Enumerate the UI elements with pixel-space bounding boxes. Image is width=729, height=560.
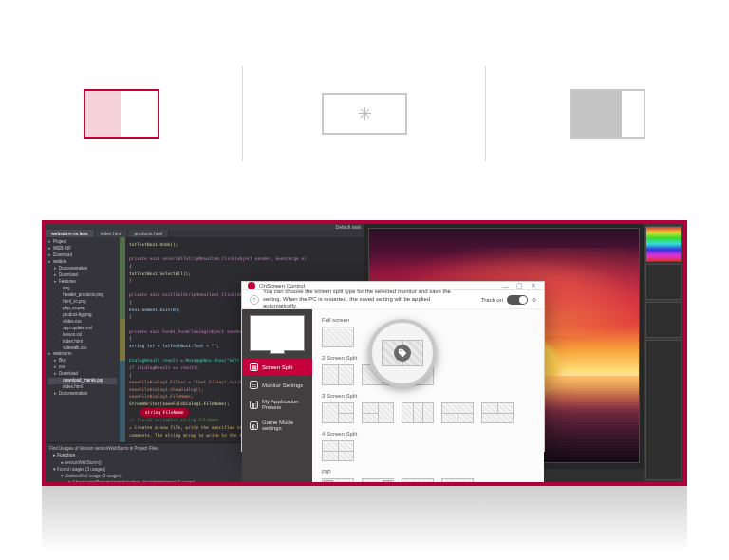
layout-4[interactable] [322, 440, 354, 461]
tree-item[interactable]: ▸css [48, 364, 117, 371]
tree-item[interactable]: ·sidewalk.css [48, 345, 117, 352]
monitor-preview-icon [250, 315, 305, 351]
ide-tab-bar: webstorm-xs.less index.html products.htm… [46, 230, 364, 237]
selected-layout-preview [382, 340, 423, 366]
tree-item[interactable]: ▸Download [48, 272, 117, 279]
layers-palette[interactable] [645, 340, 682, 480]
close-icon[interactable]: ✕ [529, 282, 538, 289]
ide-tab[interactable]: products.html [128, 230, 169, 237]
settings-icon[interactable]: ⚙ [532, 296, 536, 303]
tab-icon-split [84, 89, 159, 139]
tree-item[interactable]: ▸Documentation [48, 266, 117, 272]
tree-item[interactable]: ▸Project [48, 239, 117, 246]
tab-screen-split[interactable] [0, 66, 243, 161]
tree-item[interactable]: ▸webstorm [48, 351, 117, 358]
tab-icon-pip [570, 89, 645, 139]
tree-item[interactable]: ▸webide [48, 259, 117, 266]
minimize-icon[interactable]: — [500, 283, 511, 289]
tree-item[interactable]: ·download_thanks.jsp [48, 378, 117, 384]
toggle-label: Track on [481, 297, 503, 303]
swatches-palette[interactable] [645, 264, 682, 300]
color-palette[interactable] [645, 226, 682, 262]
editor-gutter [120, 237, 125, 442]
adjustments-palette[interactable] [645, 302, 682, 338]
tree-item[interactable]: ·app-update.xml [48, 326, 117, 332]
magnifier-callout [368, 319, 437, 387]
nav-monitor-settings[interactable]: ☰Monitor Settings [242, 377, 312, 393]
nav-game-mode[interactable]: ◐Game Mode settings [242, 416, 312, 435]
price-tag-icon [394, 345, 411, 362]
tree-item[interactable]: ▸Documentation [48, 391, 117, 398]
layout-pip-tr[interactable] [362, 478, 394, 486]
tree-item[interactable]: ·img [48, 286, 117, 292]
ide-tab[interactable]: index.html [95, 230, 129, 237]
layout-3e[interactable] [481, 402, 514, 423]
tree-item[interactable]: ·index.html [48, 384, 117, 391]
layout-pip-bl[interactable] [402, 478, 434, 486]
tree-item[interactable]: ·index.html [48, 339, 117, 345]
tree-item[interactable]: ▸Download [48, 371, 117, 378]
tree-item[interactable]: ·lesson.xsl [48, 332, 117, 339]
tree-item[interactable]: ▸Buy [48, 358, 117, 364]
monitor-mockup: Default task webstorm-xs.less index.html… [42, 220, 687, 552]
ide-tab[interactable]: webstorm-xs.less [46, 230, 95, 237]
layout-pip-tl[interactable] [322, 478, 354, 486]
spinner-icon: ✳ [358, 103, 372, 124]
apps-icon: ◧ [250, 401, 258, 409]
layout-3a[interactable] [322, 402, 354, 423]
tree-item[interactable]: ·slides.css [48, 319, 117, 326]
photo-right-palettes [644, 224, 683, 482]
tree-item[interactable]: ·html_xc.png [48, 299, 117, 306]
layout-3c[interactable] [402, 402, 434, 423]
tree-item[interactable]: ▸Features [48, 279, 117, 286]
tree-item[interactable]: ·php_xc.png [48, 306, 117, 312]
osc-sidebar: ▦Screen Split ☰Monitor Settings ◧My Appl… [242, 309, 312, 486]
help-icon[interactable]: ? [250, 295, 259, 305]
project-tree[interactable]: ▸Project▸WEB-INF▸Download▸webide▸Documen… [46, 237, 120, 442]
osc-title: OnScreen Control [259, 283, 305, 289]
nav-screen-split[interactable]: ▦Screen Split [242, 359, 312, 375]
layout-pip-br[interactable] [441, 478, 474, 486]
tree-item[interactable]: ·product-bg.png [48, 312, 117, 319]
tab-pip[interactable] [486, 66, 729, 161]
tree-item[interactable]: ·header_products.png [48, 292, 117, 299]
tree-item[interactable]: ▸Download [48, 252, 117, 259]
grid-icon: ▦ [250, 363, 258, 371]
tab-loading[interactable]: ✳ [243, 66, 486, 161]
sliders-icon: ☰ [250, 381, 258, 389]
osc-help-text: You can choose the screen split type for… [263, 289, 453, 310]
track-toggle[interactable] [507, 295, 528, 305]
maximize-icon[interactable]: ▢ [514, 282, 525, 289]
monitor-reflection [42, 486, 687, 552]
osc-toolbar: ? You can choose the screen split type f… [242, 290, 544, 309]
tree-item[interactable]: ▸WEB-INF [48, 246, 117, 252]
layout-3d[interactable] [441, 402, 474, 423]
layout-full[interactable] [322, 327, 354, 347]
nav-app-presets[interactable]: ◧My Application Presets [242, 395, 312, 414]
game-icon: ◐ [250, 421, 258, 430]
layout-3b[interactable] [362, 402, 394, 423]
tab-icon-loading: ✳ [322, 93, 407, 135]
layout-2col[interactable] [322, 364, 354, 385]
feature-tab-strip: ✳ [0, 66, 729, 161]
